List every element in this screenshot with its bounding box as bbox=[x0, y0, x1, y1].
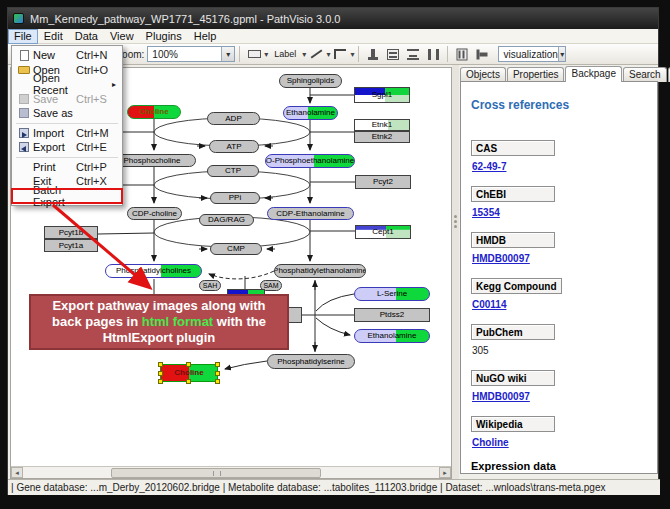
node-etnk1[interactable]: Etnk1 bbox=[354, 119, 410, 131]
connector-dropdown-icon[interactable]: ▾ bbox=[350, 50, 354, 59]
node-choline[interactable]: Choline bbox=[127, 105, 181, 119]
selection-handle[interactable] bbox=[158, 371, 163, 376]
node-choline-selected[interactable]: Choline bbox=[160, 364, 218, 382]
menu-data[interactable]: Data bbox=[69, 29, 104, 44]
node-cdp-choline[interactable]: CDP-choline bbox=[127, 207, 182, 220]
node-atp[interactable]: ATP bbox=[209, 140, 259, 153]
xref-link[interactable]: 15354 bbox=[472, 207, 657, 218]
xref-pubchem: PubChem 305 bbox=[471, 322, 657, 356]
expression-data-heading: Expression data bbox=[471, 460, 657, 472]
node-ethanolamine-2[interactable]: Ethanolamine bbox=[354, 329, 430, 343]
file-menu-new[interactable]: New Ctrl+N bbox=[12, 48, 122, 63]
scroll-left-icon[interactable]: ◂ bbox=[11, 467, 23, 478]
export-icon bbox=[19, 142, 29, 152]
line-tool-button[interactable] bbox=[306, 45, 326, 63]
visualization-dropdown-arrow-icon[interactable]: ▾ bbox=[558, 47, 566, 61]
label-tool-button[interactable]: Label bbox=[268, 45, 302, 63]
menu-bar: File Edit Data View Plugins Help bbox=[8, 29, 658, 44]
node-phosphatidylserine[interactable]: Phosphatidylserine bbox=[267, 354, 355, 369]
tab-objects[interactable]: Objects bbox=[460, 67, 506, 82]
submenu-arrow-icon: ▸ bbox=[76, 80, 116, 89]
selection-handle[interactable] bbox=[215, 362, 220, 367]
node-l-serine[interactable]: L-Serine bbox=[354, 287, 430, 301]
xref-db-name: PubChem bbox=[471, 324, 555, 340]
selection-handle[interactable] bbox=[186, 362, 191, 367]
xref-link[interactable]: 62-49-7 bbox=[472, 161, 657, 172]
node-sgpl1[interactable]: Sgpl1 bbox=[354, 87, 410, 103]
canvas-horizontal-scrollbar[interactable]: ◂ ▸ bbox=[11, 466, 451, 478]
tab-properties[interactable]: Properties bbox=[507, 67, 565, 82]
xref-db-name: CAS bbox=[471, 140, 555, 156]
xref-link[interactable]: Choline bbox=[472, 437, 657, 448]
node-ptdss2[interactable]: Ptdss2 bbox=[354, 308, 430, 322]
align-center-icon bbox=[368, 49, 378, 60]
common-width-icon bbox=[457, 48, 468, 60]
node-etnk2[interactable]: Etnk2 bbox=[354, 131, 410, 143]
selection-handle[interactable] bbox=[158, 362, 163, 367]
xref-link[interactable]: HMDB00097 bbox=[472, 253, 657, 264]
scroll-right-icon[interactable]: ▸ bbox=[439, 467, 451, 478]
node-pcyt2[interactable]: Pcyt2 bbox=[355, 175, 411, 189]
node-pcyt1b[interactable]: Pcyt1b bbox=[44, 226, 98, 239]
file-menu-print[interactable]: Print Ctrl+P bbox=[12, 160, 122, 175]
scrollbar-thumb[interactable] bbox=[111, 468, 321, 478]
panel-splitter[interactable] bbox=[452, 65, 459, 479]
xref-db-name: Kegg Compound bbox=[471, 278, 562, 294]
file-menu-import[interactable]: Import Ctrl+M bbox=[12, 126, 122, 141]
common-height-button[interactable] bbox=[472, 45, 492, 63]
datanode-tool-button[interactable] bbox=[244, 45, 264, 63]
node-adp[interactable]: ADP bbox=[207, 112, 260, 125]
xref-kegg-compound: Kegg Compound C00114 bbox=[471, 276, 657, 310]
node-sah[interactable]: SAH bbox=[199, 280, 221, 291]
save-icon bbox=[19, 94, 29, 104]
tab-backpage[interactable]: Backpage bbox=[565, 66, 621, 82]
selection-handle[interactable] bbox=[186, 379, 191, 384]
distribute-horizontal-icon bbox=[407, 49, 419, 60]
node-phosphatidylcholines[interactable]: Phosphatidylcholines bbox=[105, 264, 202, 278]
node-ctp[interactable]: CTP bbox=[207, 165, 259, 177]
node-cmp[interactable]: CMP bbox=[210, 243, 262, 255]
file-menu-export[interactable]: Export Ctrl+E bbox=[12, 140, 122, 155]
zoom-dropdown-arrow-icon[interactable]: ▾ bbox=[221, 47, 234, 61]
node-cdp-ethanolamine[interactable]: CDP-Ethanolamine bbox=[267, 207, 354, 220]
zoom-combobox[interactable]: 100% ▾ bbox=[147, 46, 235, 62]
file-menu-save-as[interactable]: Save as bbox=[12, 106, 122, 121]
node-ppi[interactable]: PPi bbox=[210, 192, 260, 204]
node-sphingolipids[interactable]: Sphingolipids bbox=[279, 74, 342, 88]
screenshot-frame: Mm_Kennedy_pathway_WP1771_45176.gpml - P… bbox=[0, 0, 670, 509]
datanode-icon bbox=[248, 50, 261, 58]
menu-plugins[interactable]: Plugins bbox=[140, 29, 188, 44]
save-as-icon bbox=[19, 108, 29, 118]
align-middle-icon bbox=[387, 49, 399, 60]
node-phosphatidylethanolamine[interactable]: Phosphatidylethanolamine bbox=[274, 264, 366, 278]
connector-tool-button[interactable] bbox=[330, 45, 350, 63]
selection-handle[interactable] bbox=[158, 379, 163, 384]
status-text: | Gene database: ...m_Derby_20120602.bri… bbox=[11, 482, 605, 493]
xref-link[interactable]: C00114 bbox=[472, 299, 657, 310]
xref-db-name: Wikipedia bbox=[471, 416, 555, 432]
file-menu-open-recent[interactable]: Open Recent ▸ bbox=[12, 77, 122, 92]
selection-handle[interactable] bbox=[215, 379, 220, 384]
xref-cas: CAS 62-49-7 bbox=[471, 138, 657, 172]
align-center-button[interactable] bbox=[363, 45, 383, 63]
menu-file[interactable]: File bbox=[8, 29, 38, 44]
node-o-phosphoethanolamine[interactable]: O-Phosphoethanolamine bbox=[265, 154, 355, 168]
menu-edit[interactable]: Edit bbox=[38, 29, 69, 44]
selection-handle[interactable] bbox=[215, 371, 220, 376]
distribute-horizontal-button[interactable] bbox=[403, 45, 423, 63]
window-title: Mm_Kennedy_pathway_WP1771_45176.gpml - P… bbox=[30, 13, 340, 25]
visualization-combobox[interactable]: visualization ▾ bbox=[498, 46, 566, 62]
node-pcyt1a[interactable]: Pcyt1a bbox=[44, 239, 98, 252]
xref-link[interactable]: HMDB00097 bbox=[472, 391, 657, 402]
menu-view[interactable]: View bbox=[104, 29, 140, 44]
node-cept1[interactable]: Cept1 bbox=[355, 225, 411, 239]
tab-search[interactable]: Search bbox=[623, 67, 667, 82]
distribute-vertical-button[interactable] bbox=[423, 45, 443, 63]
menu-help[interactable]: Help bbox=[188, 29, 223, 44]
common-width-button[interactable] bbox=[452, 45, 472, 63]
file-menu-batch-export[interactable]: Batch Export bbox=[12, 189, 122, 204]
node-ethanolamine[interactable]: Ethanolamine bbox=[283, 106, 338, 120]
align-middle-button[interactable] bbox=[383, 45, 403, 63]
common-height-icon bbox=[477, 49, 488, 59]
node-dag-rag[interactable]: DAG/RAG bbox=[199, 214, 254, 226]
